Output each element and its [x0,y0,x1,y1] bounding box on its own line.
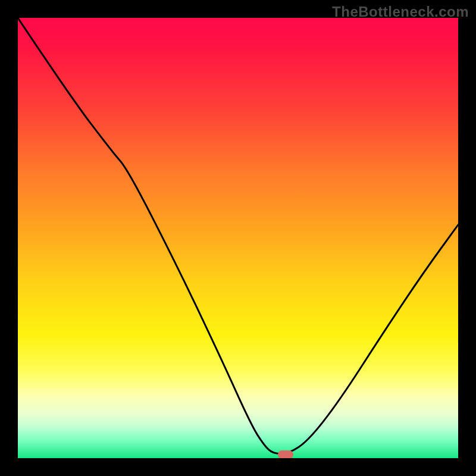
chart-frame: TheBottleneck.com [0,0,476,476]
plot-area [18,18,458,458]
optimum-marker [278,450,293,458]
curve-svg [18,18,458,458]
watermark-text: TheBottleneck.com [332,4,469,20]
bottleneck-curve-path [18,18,458,454]
